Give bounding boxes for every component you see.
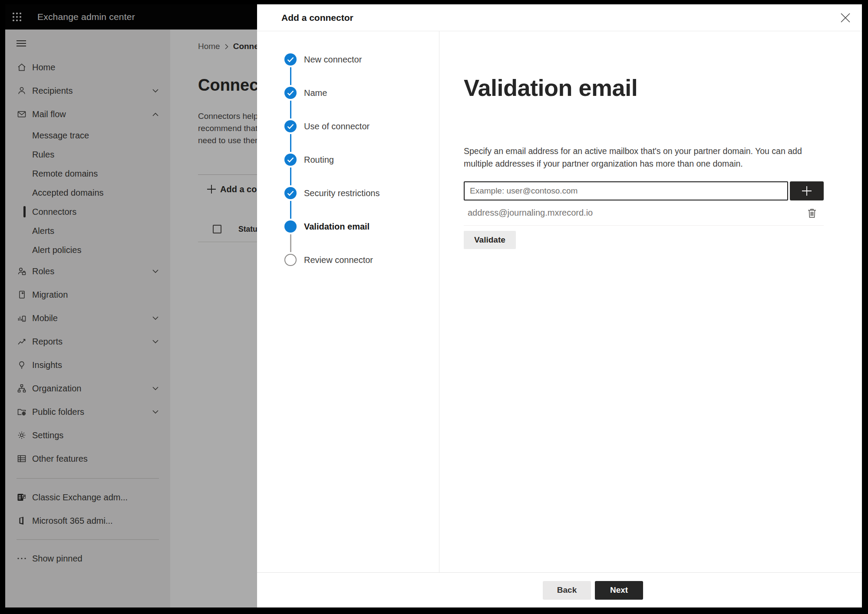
panel-heading: Validation email: [464, 74, 862, 102]
plus-icon: [801, 185, 812, 197]
next-button[interactable]: Next: [595, 581, 643, 600]
step-label: New connector: [304, 55, 362, 65]
validate-button[interactable]: Validate: [464, 231, 516, 249]
add-connector-dialog: Add a connector New connector Name: [257, 4, 862, 607]
add-email-button[interactable]: [790, 181, 824, 200]
step-current-icon: [284, 220, 297, 233]
step-complete-icon: [284, 53, 297, 66]
email-input-row: [464, 181, 862, 200]
step-complete-icon: [284, 87, 297, 99]
step-label: Validation email: [304, 222, 370, 232]
wizard-step-security-restrictions[interactable]: Security restrictions: [284, 187, 439, 199]
validation-address-row: address@journaling.mxrecord.io: [464, 200, 824, 226]
validation-address: address@journaling.mxrecord.io: [468, 208, 593, 218]
dialog-header: Add a connector: [257, 4, 862, 31]
wizard-step-use-of-connector[interactable]: Use of connector: [284, 120, 439, 132]
wizard-step-routing[interactable]: Routing: [284, 154, 439, 166]
dialog-body: New connector Name Use of connector: [257, 31, 862, 572]
dialog-title: Add a connector: [281, 13, 353, 23]
close-icon[interactable]: [839, 12, 851, 24]
delete-address-button[interactable]: [807, 208, 817, 218]
step-upcoming-icon: [284, 254, 297, 266]
wizard-steps: New connector Name Use of connector: [257, 31, 439, 572]
step-complete-icon: [284, 120, 297, 132]
validation-email-input[interactable]: [464, 181, 788, 200]
panel-description: Specify an email address for an active m…: [464, 145, 811, 170]
validation-email-panel: Validation email Specify an email addres…: [439, 31, 862, 572]
wizard-step-validation-email[interactable]: Validation email: [284, 220, 439, 233]
step-label: Routing: [304, 155, 334, 165]
exchange-admin-window: Exchange admin center Home Recipie: [5, 4, 862, 607]
dialog-footer: Back Next: [257, 572, 862, 607]
wizard-step-review-connector[interactable]: Review connector: [284, 254, 439, 266]
back-button[interactable]: Back: [543, 581, 591, 600]
step-label: Review connector: [304, 255, 373, 265]
step-label: Name: [304, 88, 327, 98]
screenshot-canvas: Exchange admin center Home Recipie: [0, 0, 868, 614]
step-label: Use of connector: [304, 121, 370, 131]
trash-icon: [807, 208, 817, 218]
step-complete-icon: [284, 187, 297, 199]
wizard-step-new-connector[interactable]: New connector: [284, 53, 439, 66]
step-label: Security restrictions: [304, 188, 380, 198]
step-complete-icon: [284, 154, 297, 166]
wizard-step-name[interactable]: Name: [284, 87, 439, 99]
